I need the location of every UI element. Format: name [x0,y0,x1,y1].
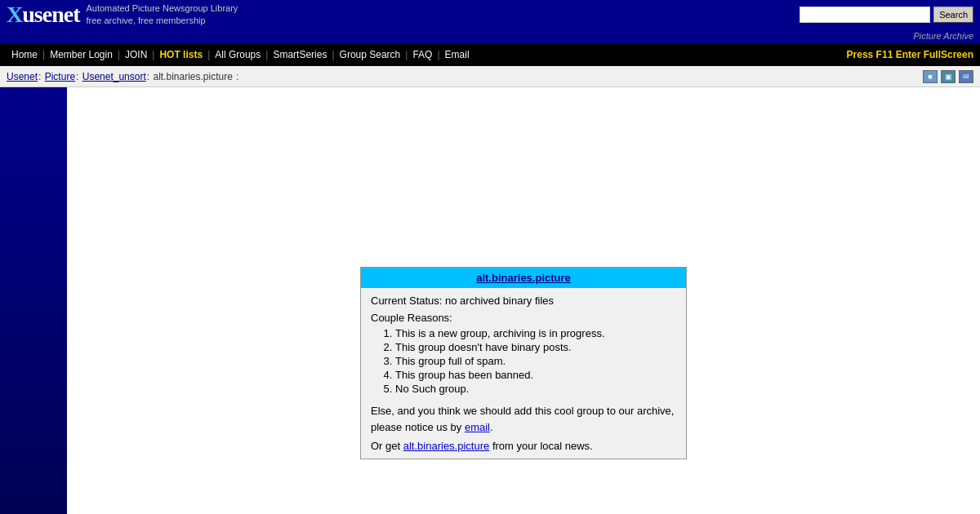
tagline-line1: Automated Picture Newsgroup Library [86,2,238,15]
search-button[interactable]: Search [933,7,973,23]
nav-smartseries[interactable]: SmartSeries [268,49,332,60]
nav-faq[interactable]: FAQ [408,49,437,60]
group-title-bar: alt.binaries.picture [361,268,686,288]
reason-4: This group has been banned. [395,369,676,381]
reasons-list: This is a new group, archiving is in pro… [371,327,676,395]
site-logo[interactable]: Xusenet [7,2,79,28]
bc-icon-2[interactable]: ▣ [941,70,956,83]
sidebar [0,87,67,514]
bc-picture[interactable]: Picture [45,71,75,82]
bc-usenet[interactable]: Usenet [7,71,38,82]
fullscreen-hint: Press F11 Enter FullScreen [847,49,973,60]
or-get-suffix: from your local news. [492,440,593,452]
main-layout: alt.binaries.picture Current Status: no … [0,87,980,514]
group-box: alt.binaries.picture Current Status: no … [360,267,687,459]
reason-5: No Such group. [395,383,676,395]
picture-archive-label: Picture Archive [913,31,973,41]
logo-area: Xusenet Automated Picture Newsgroup Libr… [7,2,238,28]
bc-icon-email[interactable]: ✉ [959,70,973,83]
breadcrumb: Usenet: Picture: Usenet_unsort: alt.bina… [7,71,240,82]
reasons-label: Couple Reasons: [371,312,676,324]
content: alt.binaries.picture Current Status: no … [67,87,980,514]
group-link[interactable]: alt.binaries.picture [403,440,490,452]
tagline-line2: free archive, free membership [86,15,238,27]
nav-group-search[interactable]: Group Search [335,49,406,60]
picture-archive-bar: Picture Archive [0,29,980,43]
nav-all-groups[interactable]: All Groups [210,49,265,60]
bc-current: alt.binaries.picture [153,71,232,82]
bc-unsort[interactable]: Usenet_unsort [82,71,146,82]
reason-3: This group full of spam. [395,355,676,367]
logo-rest: usenet [22,2,79,27]
tagline: Automated Picture Newsgroup Library free… [86,2,238,28]
or-get-prefix: Or get [371,440,400,452]
nav-email[interactable]: Email [440,49,474,60]
status-line: Current Status: no archived binary files [371,295,676,307]
search-area: Search [800,7,973,23]
group-body: Current Status: no archived binary files… [361,288,686,459]
group-title-link[interactable]: alt.binaries.picture [476,272,571,284]
logo-x: X [7,2,22,27]
nav-home[interactable]: Home [7,49,42,60]
nav-bar: Home | Member Login | JOIN | HOT lists |… [0,43,980,66]
breadcrumb-bar: Usenet: Picture: Usenet_unsort: alt.bina… [0,66,980,87]
nav-hot-lists[interactable]: HOT lists [154,49,207,60]
nav-links: Home | Member Login | JOIN | HOT lists |… [7,49,474,60]
header: Xusenet Automated Picture Newsgroup Libr… [0,0,980,29]
else-end: . [490,421,493,433]
reason-2: This group doesn't have binary posts. [395,341,676,353]
reason-1: This is a new group, archiving is in pro… [395,327,676,339]
nav-join[interactable]: JOIN [120,49,152,60]
bc-icon-1[interactable]: ■ [923,70,938,83]
else-text: Else, and you think we should add this c… [371,403,676,435]
or-get-text: Or get alt.binaries.picture from your lo… [371,440,676,452]
nav-member-login[interactable]: Member Login [45,49,118,60]
breadcrumb-icons: ■ ▣ ✉ [923,70,973,83]
search-input[interactable] [800,7,930,23]
else-prefix: Else, and you think we should add this c… [371,405,674,433]
email-link[interactable]: email [465,421,490,433]
